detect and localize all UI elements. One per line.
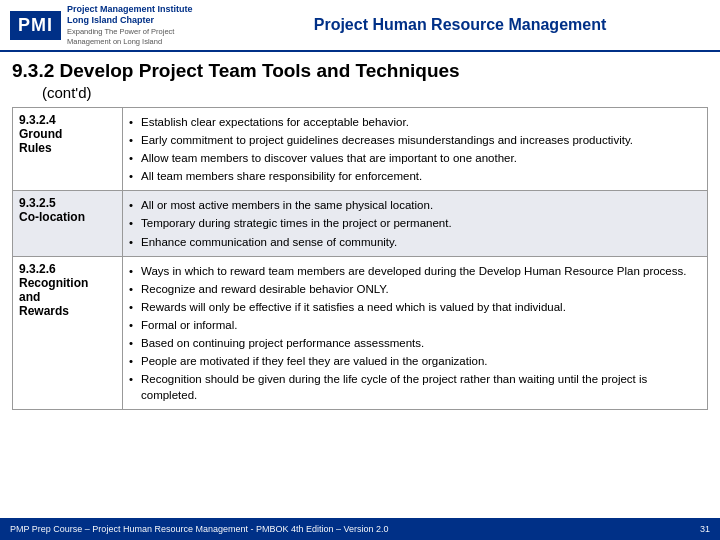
main-content: 9.3.2 Develop Project Team Tools and Tec…	[0, 52, 720, 414]
footer: PMP Prep Course – Project Human Resource…	[0, 518, 720, 540]
page-title: Project Human Resource Management	[210, 16, 710, 34]
list-item: All or most active members in the same p…	[129, 196, 701, 214]
table-row: 9.3.2.5 Co-location All or most active m…	[13, 191, 708, 256]
recognition-label: 9.3.2.6 RecognitionandRewards	[13, 256, 123, 410]
list-item: Allow team members to discover values th…	[129, 149, 701, 167]
header: PMI Project Management Institute Long Is…	[0, 0, 720, 52]
section-name: Develop Project Team Tools and Technique…	[60, 60, 460, 81]
recognition-num: 9.3.2.6	[19, 262, 56, 276]
ground-rules-num: 9.3.2.4	[19, 113, 56, 127]
logo-institute: Project Management Institute	[67, 4, 210, 16]
logo-expanding: Expanding The Power of Project Managemen…	[67, 27, 210, 47]
co-location-num: 9.3.2.5	[19, 196, 56, 210]
section-number: 9.3.2	[12, 60, 54, 81]
ground-rules-list: Establish clear expectations for accepta…	[129, 113, 701, 185]
list-item: Rewards will only be effective if it sat…	[129, 298, 701, 316]
table-row: 9.3.2.4 GroundRules Establish clear expe…	[13, 108, 708, 191]
logo-text: Project Management Institute Long Island…	[67, 4, 210, 47]
list-item: Based on continuing project performance …	[129, 334, 701, 352]
section-title: 9.3.2 Develop Project Team Tools and Tec…	[12, 60, 708, 82]
pmi-logo: PMI	[10, 11, 61, 40]
section-subtitle: (cont'd)	[42, 84, 708, 101]
logo-area: PMI Project Management Institute Long Is…	[10, 4, 210, 47]
list-item: People are motivated if they feel they a…	[129, 352, 701, 370]
recognition-name: RecognitionandRewards	[19, 276, 116, 318]
list-item: Enhance communication and sense of commu…	[129, 233, 701, 251]
list-item: Recognize and reward desirable behavior …	[129, 280, 701, 298]
co-location-name: Co-location	[19, 210, 116, 224]
list-item: Formal or informal.	[129, 316, 701, 334]
recognition-content: Ways in which to reward team members are…	[123, 256, 708, 410]
list-item: Recognition should be given during the l…	[129, 370, 701, 404]
list-item: Establish clear expectations for accepta…	[129, 113, 701, 131]
ground-rules-label: 9.3.2.4 GroundRules	[13, 108, 123, 191]
list-item: All team members share responsibility fo…	[129, 167, 701, 185]
list-item: Ways in which to reward team members are…	[129, 262, 701, 280]
ground-rules-name: GroundRules	[19, 127, 116, 155]
co-location-content: All or most active members in the same p…	[123, 191, 708, 256]
co-location-list: All or most active members in the same p…	[129, 196, 701, 250]
table-row: 9.3.2.6 RecognitionandRewards Ways in wh…	[13, 256, 708, 410]
footer-right: 31	[700, 524, 710, 534]
ground-rules-content: Establish clear expectations for accepta…	[123, 108, 708, 191]
footer-left: PMP Prep Course – Project Human Resource…	[10, 524, 389, 534]
list-item: Early commitment to project guidelines d…	[129, 131, 701, 149]
logo-chapter: Long Island Chapter	[67, 15, 210, 27]
list-item: Temporary during strategic times in the …	[129, 214, 701, 232]
co-location-label: 9.3.2.5 Co-location	[13, 191, 123, 256]
content-table: 9.3.2.4 GroundRules Establish clear expe…	[12, 107, 708, 410]
recognition-list: Ways in which to reward team members are…	[129, 262, 701, 405]
